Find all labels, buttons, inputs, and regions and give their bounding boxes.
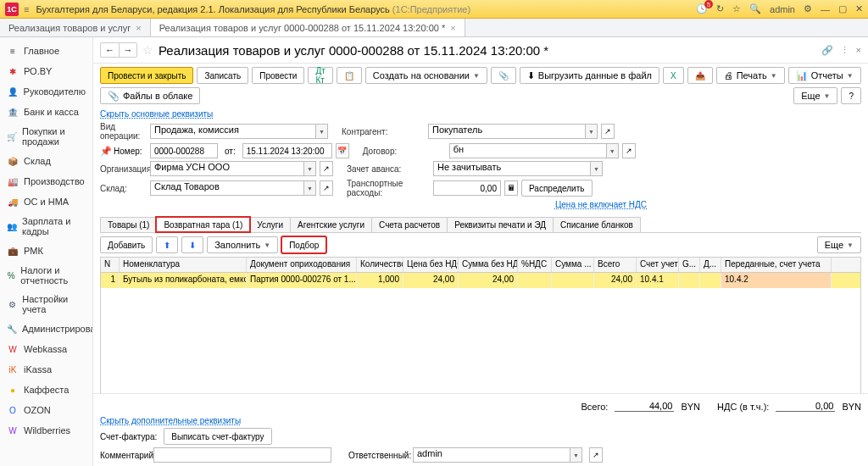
doc-tab[interactable]: Товары (1)	[100, 217, 157, 232]
cell[interactable]: 1	[101, 273, 120, 288]
open-ref-button[interactable]: ↗	[589, 447, 603, 463]
user-label[interactable]: admin	[770, 4, 795, 14]
open-ref-button[interactable]: ↗	[601, 124, 615, 139]
sidebar-item[interactable]: 🏭Производство	[0, 171, 92, 191]
movements-button[interactable]: 📋	[337, 67, 362, 84]
doc-tab[interactable]: Возвратная тара (1)	[156, 217, 250, 232]
column-header[interactable]: Документ оприходования	[247, 258, 357, 272]
open-ref-button[interactable]: ↗	[320, 180, 333, 196]
add-row-button[interactable]: Добавить	[100, 236, 153, 253]
post-close-button[interactable]: Провести и закрыть	[100, 67, 193, 84]
sidebar-item[interactable]: ●Каффеста	[0, 380, 92, 400]
sidebar-item[interactable]: 👥Зарплата и кадры	[0, 212, 92, 241]
column-header[interactable]: Цена без НДС	[403, 258, 459, 272]
tab-close-icon[interactable]: ×	[450, 23, 455, 33]
sidebar-item[interactable]: iKiKassa	[0, 359, 92, 380]
doc-tab[interactable]: Реквизиты печати и ЭД	[447, 217, 554, 232]
comment-input[interactable]	[153, 447, 331, 463]
tab-document[interactable]: Реализация товаров и услуг 0000-000288 о…	[151, 19, 465, 36]
more-button[interactable]: Еще▼	[793, 87, 837, 104]
help-button[interactable]: ?	[841, 87, 861, 104]
sidebar-item[interactable]: OOZON	[0, 400, 92, 420]
column-header[interactable]: Переданные, счет учета	[721, 258, 832, 272]
cell[interactable]: Партия 0000-000276 от 1...	[247, 273, 357, 288]
sidebar-item[interactable]: 📦Склад	[0, 151, 92, 171]
close-doc-icon[interactable]: ×	[856, 45, 861, 56]
contract-input[interactable]: бн▼	[449, 143, 619, 158]
close-icon[interactable]: ✕	[855, 3, 863, 14]
sidebar-item[interactable]: 🏦Банк и касса	[0, 102, 92, 122]
table-more-button[interactable]: Еще▼	[817, 236, 861, 253]
cell[interactable]: 1,000	[357, 273, 403, 288]
column-header[interactable]: Сумма без НДС	[459, 258, 518, 272]
sidebar-item[interactable]: ✱РО.BY	[0, 61, 92, 81]
sidebar-item[interactable]: 🔧Администрирование	[0, 319, 92, 339]
attach-button[interactable]: 📎	[491, 67, 516, 84]
maximize-icon[interactable]: ▢	[838, 3, 847, 14]
operation-type-input[interactable]: Продажа, комиссия▼	[150, 124, 328, 139]
calc-icon[interactable]: 🖩	[504, 180, 518, 196]
back-button[interactable]: ←	[100, 42, 119, 58]
sidebar-item[interactable]: %Налоги и отчетность	[0, 261, 92, 290]
more-icon[interactable]: ⋮	[840, 45, 849, 56]
search-icon[interactable]: 🔍	[749, 3, 761, 14]
reports-button[interactable]: 📊Отчеты▼	[788, 67, 861, 84]
sidebar-item[interactable]: 🚚ОС и НМА	[0, 191, 92, 212]
cell[interactable]: 24,00	[459, 273, 518, 288]
tab-close-icon[interactable]: ×	[136, 23, 141, 33]
create-based-button[interactable]: Создать на основании▼	[365, 67, 487, 84]
column-header[interactable]: Д...	[700, 258, 721, 272]
menu-icon[interactable]: ≡	[24, 4, 29, 14]
price-vat-link[interactable]: Цена не включает НДС	[555, 200, 647, 209]
counterparty-input[interactable]: Покупатель▼	[428, 124, 598, 139]
minimize-icon[interactable]: —	[821, 4, 830, 14]
advance-input[interactable]: Не зачитывать▼	[433, 161, 603, 176]
column-header[interactable]: G...	[679, 258, 700, 272]
open-ref-button[interactable]: ↗	[320, 161, 333, 176]
sidebar-item[interactable]: 💼РМК	[0, 241, 92, 261]
cell[interactable]	[679, 273, 700, 288]
org-input[interactable]: Фирма УСН ООО▼	[150, 161, 316, 176]
sidebar-item[interactable]: ≡Главное	[0, 41, 92, 61]
table-row[interactable]: 1Бутыль из поликарбоната, емкость 18,9лП…	[101, 273, 860, 288]
calendar-icon[interactable]: 📅	[336, 143, 349, 158]
pick-button[interactable]: Подбор	[281, 236, 326, 253]
transport-cost-input[interactable]	[433, 180, 501, 196]
forward-button[interactable]: →	[119, 42, 137, 58]
export-button[interactable]: ⬇Выгрузить данные в файл	[520, 67, 659, 84]
column-header[interactable]: %НДС	[518, 258, 552, 272]
favorites-icon[interactable]: ☆	[732, 3, 741, 14]
cell[interactable]: 10.4.1	[637, 273, 679, 288]
edo-button[interactable]: 📤	[687, 67, 713, 84]
pin-icon[interactable]: 📌	[100, 146, 110, 157]
excel-button[interactable]: X	[663, 67, 684, 84]
print-button[interactable]: 🖨Печать▼	[716, 67, 785, 84]
cell[interactable]: 24,00	[594, 273, 637, 288]
fill-button[interactable]: Заполнить▼	[207, 236, 278, 253]
post-button[interactable]: Провести	[252, 67, 304, 84]
hide-extra-fields-link[interactable]: Скрыть дополнительные реквизиты	[100, 416, 241, 425]
move-up-button[interactable]: ⬆	[156, 236, 178, 253]
sidebar-item[interactable]: 👤Руководителю	[0, 81, 92, 102]
cell[interactable]: 24,00	[403, 273, 459, 288]
move-down-button[interactable]: ⬇	[181, 236, 203, 253]
settings-icon[interactable]: ⚙	[804, 3, 812, 14]
history-icon[interactable]: ↻	[716, 3, 724, 14]
files-button[interactable]: 📎Файлы в облаке	[100, 87, 200, 104]
sidebar-item[interactable]: WWebkassa	[0, 339, 92, 359]
favorite-icon[interactable]: ☆	[142, 43, 153, 57]
column-header[interactable]: Количество	[357, 258, 403, 272]
responsible-input[interactable]: admin▼	[413, 447, 582, 463]
link-icon[interactable]: 🔗	[821, 45, 833, 56]
save-button[interactable]: Записать	[197, 67, 248, 84]
cell[interactable]: Бутыль из поликарбоната, емкость 18,9л	[120, 273, 247, 288]
distribute-button[interactable]: Распределить	[521, 180, 593, 197]
cell[interactable]: 10.4.2	[721, 273, 832, 288]
sidebar-item[interactable]: 🛒Покупки и продажи	[0, 122, 92, 151]
warehouse-input[interactable]: Склад Товаров▼	[150, 180, 316, 196]
column-header[interactable]: N	[101, 258, 120, 272]
dt-kt-button[interactable]: ДтКт	[308, 67, 332, 84]
doc-tab[interactable]: Счета расчетов	[371, 217, 448, 232]
cell[interactable]	[552, 273, 594, 288]
column-header[interactable]: Сумма ...	[552, 258, 594, 272]
